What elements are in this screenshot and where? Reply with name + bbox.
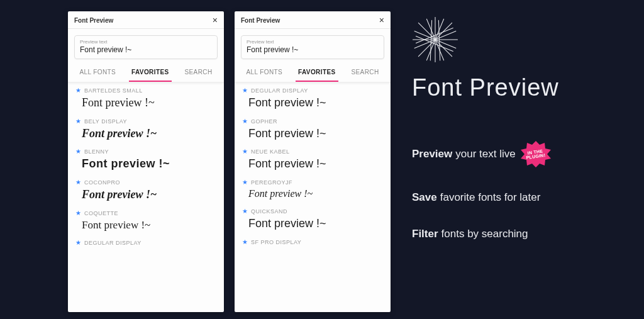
preview-input-wrap: Preview text Font preview !~ (68, 29, 224, 64)
feature-list: Previewyour text liveIN THEPLUGIN!Savefa… (412, 141, 551, 240)
font-name-row: ★SF PRO DISPLAY (242, 239, 383, 245)
hero-title: Font Preview (412, 74, 559, 101)
favorite-star-icon[interactable]: ★ (242, 148, 248, 155)
font-name: PEREGROYJF (251, 179, 292, 186)
font-preview-panel-1: Font Preview × Preview text Font preview… (68, 11, 224, 312)
font-name: NEUE KABEL (251, 148, 290, 155)
font-row[interactable]: ★GOPHERFont preview !~ (235, 117, 391, 148)
favorite-star-icon[interactable]: ★ (75, 87, 81, 94)
font-row[interactable]: ★PEREGROYJFFont preview !~ (235, 178, 391, 207)
feature-text: favorite fonts for later (440, 191, 541, 204)
font-name: BELY DISPLAY (84, 118, 127, 125)
font-name: BLENNY (84, 148, 109, 155)
feature-bold: Preview (412, 148, 452, 160)
favorite-star-icon[interactable]: ★ (242, 239, 248, 245)
font-row[interactable]: ★COQUETTEFont preview !~ (68, 209, 224, 239)
font-row[interactable]: ★QUICKSANDFont preview !~ (235, 207, 391, 238)
font-name: COQUETTE (84, 210, 118, 216)
favorite-star-icon[interactable]: ★ (75, 148, 81, 155)
panel-title: Font Preview (241, 17, 280, 24)
panel-header: Font Preview × (68, 11, 224, 29)
font-row[interactable]: ★BARTELDES SMALLFont preview !~ (68, 86, 224, 117)
font-name-row: ★DEGULAR DISPLAY (75, 240, 216, 246)
close-icon[interactable]: × (379, 16, 384, 25)
font-name: GOPHER (251, 118, 277, 125)
font-name: DEGULAR DISPLAY (84, 240, 142, 246)
font-sample: Font preview !~ (75, 125, 216, 145)
font-name-row: ★NEUE KABEL (242, 148, 383, 155)
font-name-row: ★GOPHER (242, 118, 383, 125)
feature-bold: Filter (412, 228, 438, 240)
font-row[interactable]: ★DEGULAR DISPLAYFont preview !~ (235, 86, 391, 117)
font-sample: Font preview !~ (75, 216, 216, 237)
font-name: QUICKSAND (251, 208, 287, 215)
in-the-plugin-badge: IN THEPLUGIN! (521, 141, 551, 167)
font-row[interactable]: ★NEUE KABELFont preview !~ (235, 147, 391, 178)
preview-text-field[interactable]: Preview text Font preview !~ (241, 35, 384, 59)
font-row[interactable]: ★SF PRO DISPLAY (235, 238, 391, 248)
preview-label: Preview text (80, 39, 212, 45)
preview-value: Font preview !~ (247, 45, 379, 54)
tab-all-fonts[interactable]: ALL FONTS (77, 64, 118, 82)
tabs: ALL FONTS FAVORITES SEARCH (235, 64, 391, 82)
favorite-star-icon[interactable]: ★ (242, 118, 248, 125)
font-name: BARTELDES SMALL (84, 87, 143, 94)
font-sample: Font preview !~ (242, 155, 383, 176)
favorite-star-icon[interactable]: ★ (242, 87, 248, 94)
font-name-row: ★COQUETTE (75, 210, 216, 216)
font-name-row: ★PEREGROYJF (242, 179, 383, 186)
font-preview-panel-2: Font Preview × Preview text Font preview… (235, 11, 391, 312)
favorite-star-icon[interactable]: ★ (242, 208, 248, 215)
favorite-star-icon[interactable]: ★ (75, 179, 81, 186)
feature-text: fonts by searching (441, 228, 528, 240)
preview-text-field[interactable]: Preview text Font preview !~ (74, 35, 218, 59)
starburst-icon (412, 16, 458, 63)
preview-value: Font preview !~ (80, 45, 212, 54)
tab-search[interactable]: SEARCH (182, 64, 214, 82)
tab-search[interactable]: SEARCH (348, 64, 381, 82)
font-sample: Font preview !~ (242, 125, 383, 145)
tab-favorites[interactable]: FAVORITES (296, 64, 338, 82)
feature-item: Previewyour text liveIN THEPLUGIN! (412, 141, 551, 167)
font-name-row: ★BELY DISPLAY (75, 118, 216, 125)
favorite-star-icon[interactable]: ★ (75, 240, 81, 246)
font-row[interactable]: ★COCONPROFont preview !~ (68, 178, 224, 209)
favorite-star-icon[interactable]: ★ (75, 118, 81, 125)
font-sample: Font preview !~ (75, 155, 216, 176)
font-sample: Font preview !~ (75, 94, 216, 115)
font-sample: Font preview !~ (242, 186, 383, 204)
favorite-star-icon[interactable]: ★ (242, 179, 248, 186)
panel-header: Font Preview × (235, 11, 391, 29)
font-name-row: ★QUICKSAND (242, 208, 383, 215)
feature-item: Filterfonts by searching (412, 228, 551, 240)
font-list[interactable]: ★DEGULAR DISPLAYFont preview !~★GOPHERFo… (235, 82, 391, 312)
font-name-row: ★BLENNY (75, 148, 216, 155)
feature-bold: Save (412, 191, 437, 204)
close-icon[interactable]: × (213, 16, 218, 25)
font-name-row: ★BARTELDES SMALL (75, 87, 216, 94)
tab-favorites[interactable]: FAVORITES (129, 64, 172, 82)
font-sample: Font preview !~ (242, 94, 383, 115)
font-name: DEGULAR DISPLAY (251, 87, 308, 94)
font-row[interactable]: ★BLENNYFont preview !~ (68, 147, 224, 178)
font-name-row: ★COCONPRO (75, 179, 216, 186)
font-name-row: ★DEGULAR DISPLAY (242, 87, 383, 94)
font-row[interactable]: ★DEGULAR DISPLAY (68, 238, 224, 249)
favorite-star-icon[interactable]: ★ (75, 210, 81, 216)
font-list[interactable]: ★BARTELDES SMALLFont preview !~★BELY DIS… (68, 82, 224, 312)
panel-title: Font Preview (74, 17, 113, 24)
tabs: ALL FONTS FAVORITES SEARCH (68, 64, 224, 82)
font-row[interactable]: ★BELY DISPLAYFont preview !~ (68, 117, 224, 148)
feature-text: your text live (455, 148, 515, 160)
font-sample: Font preview !~ (75, 186, 216, 206)
feature-item: Savefavorite fonts for later (412, 191, 551, 204)
preview-input-wrap: Preview text Font preview !~ (235, 29, 391, 64)
font-name: COCONPRO (84, 179, 120, 186)
tab-all-fonts[interactable]: ALL FONTS (243, 64, 285, 82)
preview-label: Preview text (247, 39, 379, 45)
font-sample: Font preview !~ (242, 215, 383, 235)
font-name: SF PRO DISPLAY (251, 239, 301, 245)
